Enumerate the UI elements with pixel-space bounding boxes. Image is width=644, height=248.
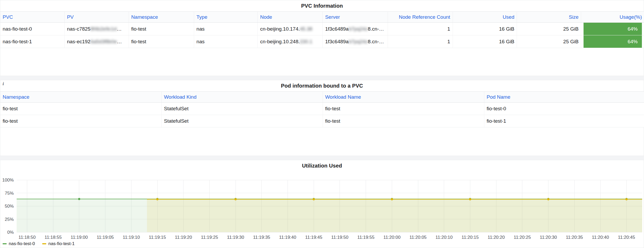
x-tick-label: 11:19:45: [305, 235, 322, 240]
pod-panel-title[interactable]: Pod information bound to a PVC: [0, 80, 644, 91]
column-header-namespace[interactable]: Namespace: [0, 92, 162, 103]
table-row: fio-testStatefulSetfio-testfio-test-1: [0, 115, 644, 127]
cell: fio-test: [0, 115, 162, 127]
y-tick-label: 25%: [5, 217, 14, 222]
cell-redacted: nas-c78258f4b2e9c1d…: [64, 23, 129, 35]
cell-usage: 64%: [581, 23, 644, 35]
pvc-panel-title[interactable]: PVC Information: [0, 0, 644, 11]
x-tick-label: 11:20:25: [514, 235, 531, 240]
usage-bar: 64%: [584, 35, 642, 48]
x-tick-label: 11:19:15: [149, 235, 166, 240]
cell: nas-fio-test-0: [0, 23, 64, 35]
cell: nas-fio-test-1: [0, 35, 64, 48]
chart-panel-title[interactable]: Utilization Used: [0, 160, 644, 171]
data-point: [626, 198, 628, 200]
x-tick-label: 11:19:40: [279, 235, 296, 240]
cell: nas: [194, 23, 258, 35]
table-row: nas-fio-test-0nas-c78258f4b2e9c1d…fio-te…: [0, 23, 644, 35]
x-tick-label: 11:19:50: [331, 235, 349, 240]
cell: fio-test: [323, 103, 484, 115]
x-tick-label: 11:19:00: [70, 235, 88, 240]
column-header-pvc[interactable]: PVC: [0, 12, 64, 23]
x-tick-label: 11:20:05: [410, 235, 427, 240]
cell-text: …: [117, 26, 122, 32]
cell: StatefulSet: [162, 115, 323, 127]
x-tick-label: 11:18:55: [45, 235, 62, 240]
y-tick-label: 100%: [2, 178, 14, 183]
cell-usage: 64%: [581, 35, 644, 48]
legend-item-nas-fio-test-1[interactable]: nas-fio-test-1: [42, 241, 74, 246]
data-point: [547, 198, 549, 200]
x-tick-label: 11:20:30: [540, 235, 557, 240]
panel-info-icon[interactable]: i: [3, 82, 4, 86]
redacted-text: b7pq24z: [349, 26, 368, 32]
y-tick-label: 75%: [5, 191, 14, 196]
x-tick-label: 11:20:35: [566, 235, 583, 240]
column-header-workload-kind[interactable]: Workload Kind: [162, 92, 323, 103]
x-axis-labels: 11:18:5011:18:5511:19:0011:19:0511:19:10…: [18, 235, 635, 240]
column-header-pod-name[interactable]: Pod Name: [484, 92, 644, 103]
cell: 16 GiB: [453, 35, 517, 48]
cell: 25 GiB: [517, 35, 581, 48]
cell: fio-test: [129, 23, 194, 35]
data-point: [391, 198, 393, 200]
x-tick-label: 11:20:00: [383, 235, 401, 240]
table-row: fio-testStatefulSetfio-testfio-test-0: [0, 103, 644, 115]
cell-text: cn-beijing.10.248.: [260, 39, 300, 44]
legend-swatch: [42, 243, 46, 244]
cell: 25 GiB: [517, 23, 581, 35]
cell: 1: [388, 35, 453, 48]
column-header-used[interactable]: Used: [453, 12, 517, 23]
cell-text: 8.cn-b…: [368, 39, 387, 44]
data-point: [156, 198, 158, 200]
panel-pvc-information: PVC Information PVCPVNamespaceTypeNodeSe…: [0, 0, 644, 76]
utilization-chart[interactable]: 0%25%50%75%100%11:18:5011:18:5511:19:001…: [0, 160, 644, 248]
column-header-usage[interactable]: Usage(%): [581, 12, 644, 23]
cell-text: cn-beijing.10.174.: [260, 26, 300, 32]
cell-redacted: 1f3c6489ab7pq24z8.cn-b…: [323, 35, 388, 48]
column-header-server[interactable]: Server: [323, 12, 388, 23]
dashboard: PVC Information PVCPVNamespaceTypeNodeSe…: [0, 0, 644, 248]
x-tick-label: 11:20:40: [592, 235, 609, 240]
column-header-namespace[interactable]: Namespace: [129, 12, 194, 23]
cell-text: …: [117, 39, 122, 44]
redacted-text: 45.38: [300, 26, 312, 32]
cell-redacted: cn-beijing.10.248.230.1: [258, 35, 323, 48]
cell: fio-test: [0, 103, 162, 115]
pod-table: NamespaceWorkload KindWorkload NamePod N…: [0, 91, 644, 127]
table-row: nas-fio-test-1nas-ec1926a5d3f8b0e…fio-te…: [0, 35, 644, 48]
cell-text: 1f3c6489a: [325, 39, 349, 44]
cell: fio-test: [129, 35, 194, 48]
x-tick-label: 11:19:35: [253, 235, 270, 240]
data-point: [313, 198, 315, 200]
x-tick-label: 11:19:30: [227, 235, 244, 240]
cell-text: nas-ec192: [67, 39, 91, 44]
x-tick-label: 11:20:15: [462, 235, 479, 240]
cell-text: 8.cn-b…: [368, 26, 387, 32]
legend-item-nas-fio-test-0[interactable]: nas-fio-test-0: [3, 241, 35, 246]
column-header-pv[interactable]: PV: [64, 12, 129, 23]
panel-utilization-used: Utilization Used 0%25%50%75%100%11:18:50…: [0, 160, 644, 248]
cell: StatefulSet: [162, 103, 323, 115]
column-header-workload-name[interactable]: Workload Name: [323, 92, 484, 103]
column-header-node-reference-count[interactable]: Node Reference Count: [388, 12, 453, 23]
table-header-row: NamespaceWorkload KindWorkload NamePod N…: [0, 92, 644, 103]
x-tick-label: 11:20:10: [435, 235, 453, 240]
data-point: [469, 198, 471, 200]
x-tick-label: 11:20:20: [488, 235, 505, 240]
panel-pod-information: i Pod information bound to a PVC Namespa…: [0, 80, 644, 156]
column-header-node[interactable]: Node: [258, 12, 323, 23]
column-header-type[interactable]: Type: [194, 12, 258, 23]
x-tick-label: 11:18:50: [18, 235, 36, 240]
column-header-size[interactable]: Size: [517, 12, 581, 23]
x-tick-label: 11:19:10: [123, 235, 140, 240]
cell: 1: [388, 23, 453, 35]
y-tick-label: 0%: [7, 230, 14, 235]
cell-redacted: nas-ec1926a5d3f8b0e…: [64, 35, 129, 48]
cell: 16 GiB: [453, 23, 517, 35]
redacted-text: 8f4b2e9c1d: [90, 26, 116, 32]
y-axis-labels: 0%25%50%75%100%: [2, 178, 14, 235]
legend-swatch: [3, 243, 7, 244]
legend-label: nas-fio-test-0: [9, 241, 35, 246]
cell-redacted: cn-beijing.10.174.45.38: [258, 23, 323, 35]
